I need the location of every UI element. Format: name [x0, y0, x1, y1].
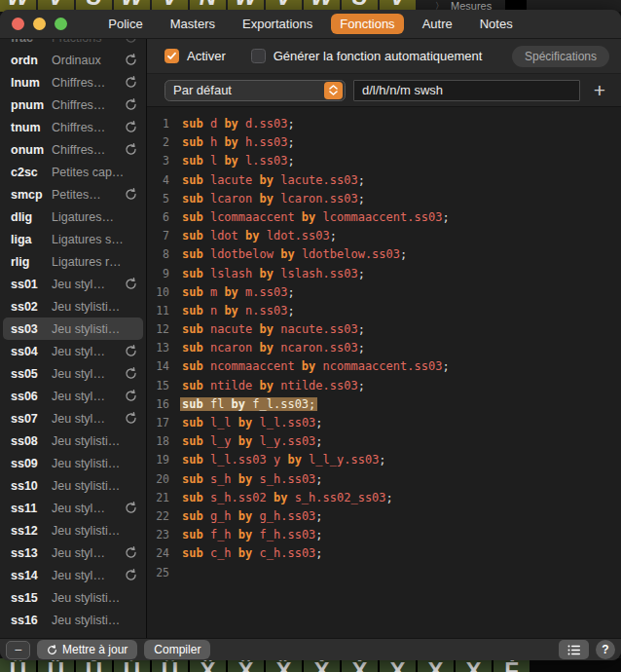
- sidebar-item-rlig[interactable]: rligLigatures r…: [3, 250, 143, 273]
- tab-notes[interactable]: Notes: [471, 14, 522, 34]
- auto-generate-checkbox[interactable]: [251, 49, 266, 63]
- tab-police[interactable]: Police: [99, 14, 151, 34]
- activer-checkbox[interactable]: [164, 49, 179, 63]
- code-line-14[interactable]: 14sub ncommaaccent by ncommaaccent.ss03;: [147, 357, 621, 376]
- code-line-21[interactable]: 21sub s_h.ss02 by s_h.ss02_ss03;: [147, 489, 621, 507]
- sidebar-item-ss10[interactable]: ss10Jeu stylisti…: [3, 474, 143, 497]
- sidebar-item-pnum[interactable]: pnumChiffres…: [3, 93, 143, 116]
- sidebar-item-ss08[interactable]: ss08Jeu stylisti…: [3, 429, 143, 452]
- code-line-11[interactable]: 11sub n by n.ss03;: [147, 302, 621, 320]
- sidebar-item-ss15[interactable]: ss15Jeu stylisti…: [3, 586, 143, 609]
- code-line-17[interactable]: 17sub l_l by l_l.ss03;: [147, 414, 621, 432]
- sidebar-item-lnum[interactable]: lnumChiffres…: [3, 71, 143, 93]
- refresh-icon[interactable]: [125, 39, 137, 44]
- sidebar-item-ss07[interactable]: ss07Jeu styl…: [3, 407, 143, 429]
- code-line-10[interactable]: 10sub m by m.ss03;: [147, 283, 621, 302]
- refresh-icon[interactable]: [125, 143, 137, 156]
- code-line-7[interactable]: 7sub ldot by ldot.ss03;: [147, 227, 621, 245]
- sidebar-item-tnum[interactable]: tnumChiffres…: [3, 116, 143, 138]
- token-list-button[interactable]: [559, 640, 589, 659]
- refresh-icon[interactable]: [125, 54, 137, 66]
- refresh-icon[interactable]: [125, 345, 137, 357]
- minimize-button[interactable]: [33, 18, 46, 30]
- code-line-1[interactable]: 1sub d by d.ss03;: [147, 115, 621, 133]
- refresh-icon[interactable]: [125, 121, 137, 133]
- tab-autre[interactable]: Autre: [414, 14, 461, 34]
- code-line-2[interactable]: 2sub h by h.ss03;: [147, 133, 621, 152]
- sidebar-item-ss13[interactable]: ss13Jeu styl…: [3, 541, 143, 564]
- code-line-9[interactable]: 9sub lslash by lslash.ss03;: [147, 265, 621, 283]
- refresh-icon[interactable]: [125, 546, 137, 559]
- update-button[interactable]: Mettre à jour: [37, 640, 137, 659]
- refresh-icon[interactable]: [125, 390, 137, 402]
- refresh-icon[interactable]: [125, 188, 137, 201]
- default-dropdown[interactable]: Par défaut: [164, 80, 346, 101]
- code-line-15[interactable]: 15sub ntilde by ntilde.ss03;: [147, 377, 621, 395]
- feature-label: Jeu styl…: [52, 502, 124, 515]
- line-number: 19: [147, 451, 182, 469]
- sidebar-item-dlig[interactable]: dligLigatures…: [3, 205, 143, 228]
- code-line-16[interactable]: 16sub fl by f_l.ss03;: [147, 395, 621, 414]
- feature-tag: dlig: [11, 210, 52, 224]
- line-number: 18: [147, 432, 182, 451]
- close-button[interactable]: [12, 18, 24, 30]
- code-line-5[interactable]: 5sub lcaron by lcaron.ss03;: [147, 190, 621, 208]
- feature-code-editor[interactable]: 1sub d by d.ss03;2sub h by h.ss03;3sub l…: [147, 107, 621, 638]
- tab-exportations[interactable]: Exportations: [234, 14, 321, 34]
- remove-feature-button[interactable]: −: [6, 641, 30, 659]
- sidebar-item-ss09[interactable]: ss09Jeu stylisti…: [3, 452, 143, 474]
- code-line-13[interactable]: 13sub ncaron by ncaron.ss03;: [147, 339, 621, 357]
- code-line-25[interactable]: 25: [147, 564, 621, 582]
- sidebar-item-ss12[interactable]: ss12Jeu stylisti…: [3, 519, 143, 541]
- code-line-24[interactable]: 24sub c_h by c_h.ss03;: [147, 544, 621, 563]
- sidebar-item-ordn[interactable]: ordnOrdinaux: [3, 49, 143, 71]
- refresh-icon[interactable]: [125, 569, 137, 581]
- sidebar-item-ss01[interactable]: ss01Jeu styl…: [3, 273, 143, 295]
- zoom-button[interactable]: [55, 18, 67, 30]
- sidebar-item-ss02[interactable]: ss02Jeu stylisti…: [3, 295, 143, 317]
- refresh-icon[interactable]: [125, 98, 137, 111]
- sidebar-item-onum[interactable]: onumChiffres…: [3, 138, 143, 161]
- code-line-6[interactable]: 6sub lcommaaccent by lcommaaccent.ss03;: [147, 208, 621, 227]
- code-line-12[interactable]: 12sub nacute by nacute.ss03;: [147, 320, 621, 339]
- feature-label: Petites cap…: [52, 166, 124, 179]
- background-window-bottom-strip: ÜŰŬÚÛẌX̂X̋X̌ẊX̀X́X̃Ḟ: [0, 658, 621, 672]
- compile-button[interactable]: Compiler: [144, 640, 210, 659]
- specifications-button[interactable]: Spécifications: [512, 46, 609, 67]
- code-line-8[interactable]: 8sub ldotbelow by ldotbelow.ss03;: [147, 245, 621, 264]
- sidebar-item-ss03[interactable]: ss03Jeu stylisti…: [3, 317, 143, 340]
- feature-label: Chiffres…: [52, 76, 124, 90]
- refresh-icon[interactable]: [125, 412, 137, 425]
- tab-fonctions[interactable]: Fonctions: [331, 14, 403, 34]
- font-info-panel: PoliceMastersExportationsFonctionsAutreN…: [0, 10, 621, 660]
- sidebar-item-ss05[interactable]: ss05Jeu styl…: [3, 362, 143, 385]
- refresh-icon[interactable]: [125, 278, 137, 290]
- code-line-18[interactable]: 18sub l_y by l_y.ss03;: [147, 432, 621, 451]
- code-line-23[interactable]: 23sub f_h by f_h.ss03;: [147, 526, 621, 544]
- sidebar-item-ss04[interactable]: ss04Jeu styl…: [3, 340, 143, 362]
- sidebar-item-ss06[interactable]: ss06Jeu styl…: [3, 385, 143, 407]
- sidebar-item-c2sc[interactable]: c2scPetites cap…: [3, 161, 143, 183]
- sidebar-item-ss11[interactable]: ss11Jeu styl…: [3, 497, 143, 519]
- code-line-22[interactable]: 22sub g_h by g_h.ss03;: [147, 507, 621, 526]
- swash-classes-input[interactable]: [353, 80, 580, 101]
- refresh-icon[interactable]: [125, 502, 137, 514]
- tab-masters[interactable]: Masters: [162, 14, 224, 34]
- feature-tag: ss04: [11, 345, 52, 358]
- sidebar-item-liga[interactable]: ligaLigatures s…: [3, 228, 143, 250]
- help-button[interactable]: ?: [596, 640, 615, 659]
- code-line-4[interactable]: 4sub lacute by lacute.ss03;: [147, 171, 621, 190]
- code-line-20[interactable]: 20sub s_h by s_h.ss03;: [147, 470, 621, 489]
- sidebar-item-frac[interactable]: fracFractions: [3, 39, 143, 49]
- background-glyph-cell: Ẋ: [342, 658, 378, 672]
- sidebar-item-ss14[interactable]: ss14Jeu styl…: [3, 564, 143, 586]
- code-line-19[interactable]: 19sub l_l.ss03 y by l_l_y.ss03;: [147, 451, 621, 469]
- code-line-3[interactable]: 3sub l by l.ss03;: [147, 152, 621, 170]
- sidebar-item-smcp[interactable]: smcpPetites…: [3, 183, 143, 205]
- add-button[interactable]: +: [588, 80, 611, 101]
- feature-tag: liga: [11, 233, 52, 246]
- auto-generate-label: Générer la fonction automatiquement: [274, 49, 483, 63]
- refresh-icon[interactable]: [125, 76, 137, 89]
- refresh-icon[interactable]: [125, 367, 137, 380]
- sidebar-item-ss16[interactable]: ss16Jeu stylisti…: [3, 609, 143, 631]
